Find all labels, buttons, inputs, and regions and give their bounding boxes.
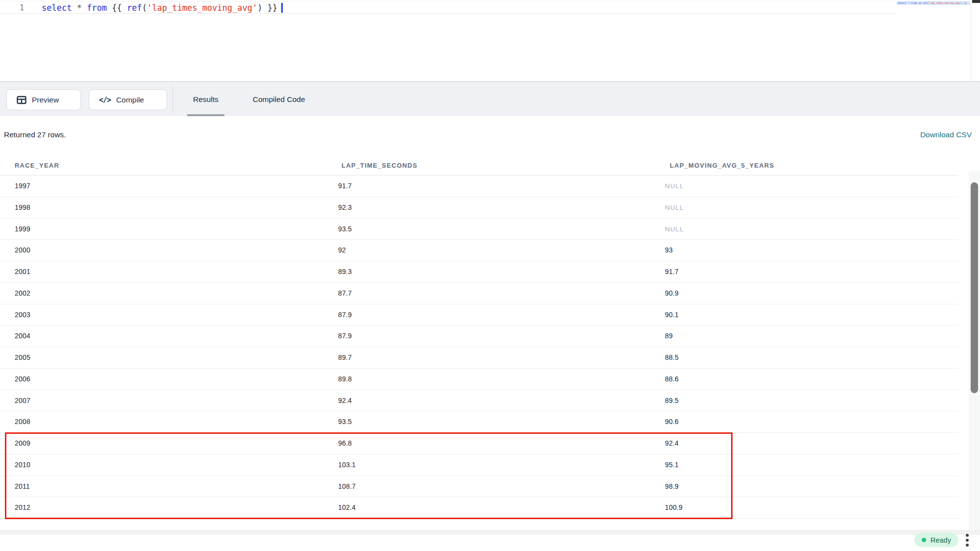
results-tabs: ResultsCompiled Code <box>187 82 311 117</box>
table-cell: 88.6 <box>665 369 679 390</box>
code-token: ref <box>923 1 927 4</box>
code-token: select <box>42 3 72 13</box>
editor-minimap[interactable]: select * from {{ ref('lap_times_moving_a… <box>897 0 970 81</box>
table-cell: 2000 <box>15 240 30 261</box>
results-panel: Returned 27 rows. Download CSV RACE_YEAR… <box>0 116 980 530</box>
code-token <box>82 3 87 13</box>
table-cell: 91.7 <box>665 261 679 283</box>
table-cell: 2007 <box>15 390 30 412</box>
table-cell: 2012 <box>15 497 30 519</box>
table-cell: NULL <box>665 175 684 197</box>
table-row: 199892.3NULL <box>0 197 958 219</box>
table-cell: 89.7 <box>338 347 352 369</box>
code-token: ) <box>257 3 262 13</box>
code-token: 'lap_times_moving_avg' <box>929 1 961 4</box>
table-cell: 92 <box>338 240 346 261</box>
table-cell: 87.7 <box>338 283 352 304</box>
code-token: }} <box>262 3 277 13</box>
table-cell: 1997 <box>15 175 30 197</box>
download-csv-link[interactable]: Download CSV <box>920 130 972 139</box>
table-cell: 2009 <box>15 433 30 454</box>
table-cell: 2008 <box>15 411 30 433</box>
results-scrollbar-thumb[interactable] <box>971 182 978 393</box>
table-cell: 89.3 <box>338 261 352 283</box>
ready-status-badge: Ready <box>914 533 958 547</box>
table-cell: 89.8 <box>338 369 352 390</box>
table-row: 200189.391.7 <box>0 261 958 283</box>
table-cell: 1998 <box>15 197 30 219</box>
tab-results[interactable]: Results <box>187 82 224 117</box>
results-scrollbar-track[interactable] <box>969 171 980 530</box>
table-row: 2011108.798.9 <box>0 476 958 498</box>
table-cell: 87.9 <box>338 304 352 326</box>
table-cell: 91.7 <box>338 175 352 197</box>
code-token: from <box>87 3 107 13</box>
code-token: }} <box>963 1 967 4</box>
table-cell: 92.4 <box>338 390 352 412</box>
table-cell: 1999 <box>15 219 30 240</box>
code-token: {{ <box>917 1 923 4</box>
code-brackets-icon: </> <box>99 96 111 104</box>
code-line[interactable]: select * from {{ ref('lap_times_moving_a… <box>42 2 283 14</box>
line-number: 1 <box>20 2 32 14</box>
compile-button[interactable]: </> Compile <box>89 89 167 110</box>
preview-button-label: Preview <box>32 96 59 104</box>
table-cell: 2004 <box>15 326 30 347</box>
table-grid-icon <box>17 96 26 104</box>
tab-compiled-code[interactable]: Compiled Code <box>247 82 311 117</box>
table-cell: 2001 <box>15 261 30 283</box>
dbt-ide-window: 1 select * from {{ ref('lap_times_moving… <box>0 0 980 551</box>
column-header: LAP_MOVING_AVG_5_YEARS <box>670 156 774 175</box>
preview-button[interactable]: Preview <box>6 89 81 110</box>
table-cell: NULL <box>665 219 684 240</box>
table-cell: 92.3 <box>338 197 352 219</box>
table-row: 200589.788.5 <box>0 347 958 369</box>
results-toolbar: Preview </> Compile ResultsCompiled Code <box>0 81 980 116</box>
code-token: * <box>77 3 82 13</box>
code-token: from <box>911 1 917 4</box>
table-cell: 102.4 <box>338 497 356 519</box>
code-token: 'lap_times_moving_avg' <box>147 3 257 13</box>
table-cell: 98.9 <box>665 476 679 498</box>
table-cell: 96.8 <box>338 433 352 454</box>
table-cell: 88.5 <box>665 347 679 369</box>
table-cell: NULL <box>665 197 684 219</box>
table-row: 2012102.4100.9 <box>0 497 958 519</box>
ready-status-label: Ready <box>931 536 951 544</box>
results-table: RACE_YEARLAP_TIME_SECONDSLAP_MOVING_AVG_… <box>0 156 958 519</box>
table-header-row: RACE_YEARLAP_TIME_SECONDSLAP_MOVING_AVG_… <box>0 156 958 175</box>
table-row: 200689.888.6 <box>0 369 958 390</box>
table-cell: 2006 <box>15 369 30 390</box>
code-editor[interactable]: 1 select * from {{ ref('lap_times_moving… <box>0 0 980 81</box>
code-token <box>72 3 76 13</box>
table-row: 20009293 <box>0 240 958 261</box>
table-row: 200287.790.9 <box>0 283 958 304</box>
editor-scrollbar-thumb[interactable] <box>972 0 980 3</box>
table-row: 199993.5NULL <box>0 219 958 240</box>
status-bar <box>0 535 980 551</box>
table-cell: 2010 <box>15 454 30 476</box>
column-header: RACE_YEAR <box>15 156 59 175</box>
compile-button-label: Compile <box>116 96 144 104</box>
table-row: 200387.990.1 <box>0 304 958 326</box>
table-cell: 87.9 <box>338 326 352 347</box>
panel-bottom-divider <box>0 530 980 535</box>
editor-right-divider <box>971 0 971 81</box>
table-cell: 2011 <box>15 476 30 498</box>
kebab-menu-icon[interactable] <box>963 533 971 547</box>
code-token: select <box>898 1 906 4</box>
table-cell: 89 <box>665 326 673 347</box>
table-row: 2010103.195.1 <box>0 454 958 476</box>
ready-status-dot-icon <box>922 538 926 542</box>
table-cell: 92.4 <box>665 433 679 454</box>
table-cell: 90.9 <box>665 283 679 304</box>
table-row: 199791.7NULL <box>0 175 958 197</box>
table-cell: 2005 <box>15 347 30 369</box>
table-cell: 95.1 <box>665 454 679 476</box>
table-cell: 2002 <box>15 283 30 304</box>
table-body: 199791.7NULL199892.3NULL199993.5NULL2000… <box>0 175 958 519</box>
table-cell: 90.1 <box>665 304 679 326</box>
table-row: 200792.489.5 <box>0 390 958 412</box>
text-cursor <box>281 3 283 13</box>
code-token: {{ <box>107 3 127 13</box>
